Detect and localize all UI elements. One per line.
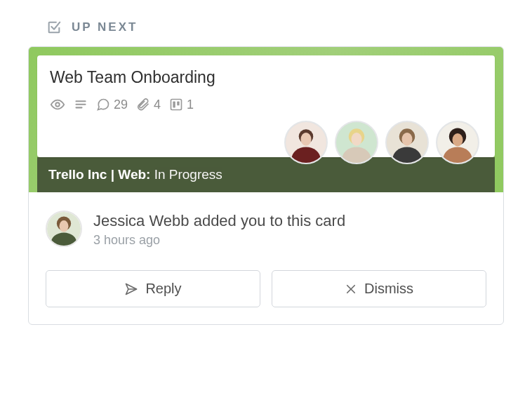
card-inner[interactable]: Web Team Onboarding <box>37 55 495 157</box>
section-title: UP NEXT <box>72 20 138 34</box>
svg-rect-3 <box>76 107 83 108</box>
reply-label: Reply <box>145 281 181 297</box>
description-icon <box>74 98 88 112</box>
svg-rect-4 <box>171 100 182 110</box>
svg-rect-2 <box>76 104 86 105</box>
reply-button[interactable]: Reply <box>46 270 260 307</box>
list-name: In Progress <box>154 167 222 182</box>
svg-point-18 <box>402 133 413 146</box>
svg-rect-6 <box>177 101 179 105</box>
comments-badge: 29 <box>96 98 128 112</box>
svg-rect-1 <box>76 100 86 102</box>
svg-rect-5 <box>173 101 175 107</box>
dismiss-label: Dismiss <box>364 281 413 297</box>
board-count: 1 <box>187 98 194 112</box>
reply-icon <box>124 282 138 296</box>
svg-point-26 <box>60 220 69 232</box>
activity-item: Jessica Webb added you to this card 3 ho… <box>29 192 503 260</box>
card-colored-header: Web Team Onboarding <box>29 47 503 192</box>
checkbox-icon <box>46 20 62 35</box>
dismiss-button[interactable]: Dismiss <box>272 270 486 307</box>
up-next-header: UP NEXT <box>46 20 504 35</box>
card-members <box>50 121 482 164</box>
up-next-card[interactable]: Web Team Onboarding <box>28 46 504 325</box>
activity-timestamp: 3 hours ago <box>93 233 345 248</box>
board-name: Trello Inc | Web: <box>48 167 150 182</box>
card-badges: 29 4 1 <box>50 97 482 112</box>
avatar[interactable] <box>335 121 378 164</box>
card-title: Web Team Onboarding <box>50 68 482 87</box>
avatar[interactable] <box>385 121 429 164</box>
avatar[interactable] <box>284 121 328 164</box>
svg-point-0 <box>55 102 60 107</box>
svg-point-10 <box>301 133 312 146</box>
attachments-count: 4 <box>154 98 161 112</box>
attachments-badge: 4 <box>136 98 161 112</box>
svg-point-22 <box>453 133 463 147</box>
trello-board-badge: 1 <box>169 98 194 112</box>
avatar[interactable] <box>46 211 82 247</box>
card-actions: Reply Dismiss <box>29 260 503 324</box>
svg-point-14 <box>352 133 362 146</box>
avatar[interactable] <box>436 121 479 164</box>
comments-count: 29 <box>114 98 128 112</box>
activity-message: Jessica Webb added you to this card <box>93 212 345 230</box>
watching-icon <box>50 97 65 112</box>
close-icon <box>345 283 357 295</box>
